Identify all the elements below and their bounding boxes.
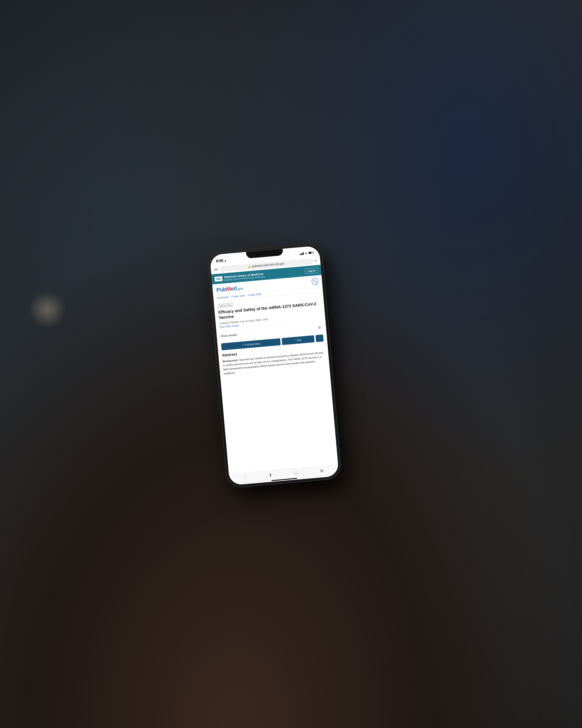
background-label: Background: [222,359,239,363]
wifi-icon: ▲ [305,252,307,255]
settings-button[interactable]: ⚙ [316,324,323,331]
signal-icon [300,252,304,255]
text-size-button[interactable]: AA [214,268,218,271]
external-link-icon: ↗ [242,343,244,346]
status-time: 8:50 ▲ [216,258,226,263]
pub-text: Pub [216,286,226,293]
background-light [29,291,66,328]
bookmarks-button[interactable]: □ [295,471,298,475]
gov-text: .gov [237,286,243,291]
phone-wrapper: 8:50 ▲ ▲ [207,243,341,488]
battery-icon [308,251,313,254]
full-text-label: Full text links [245,342,260,346]
phone-device: 8:50 ▲ ▲ [207,243,341,488]
screen-content: 8:50 ▲ ▲ [210,245,339,486]
refresh-button[interactable]: ↻ [314,259,317,263]
nih-text: National Library of Medicine National Ce… [224,272,265,281]
create-rss-link[interactable]: Create RSS [248,292,262,296]
tabs-button[interactable]: ⧉ [320,468,324,473]
quote-icon: " [295,339,296,342]
url-text: pubmed.ncbi.nlm.nih.gov [252,262,284,268]
show-details-label[interactable]: Show details [220,333,237,338]
back-button[interactable]: › [244,475,246,480]
lock-icon: 🔒 [248,265,251,268]
cite-button[interactable]: " Cite [281,335,314,345]
nih-logo: NIH [214,276,222,282]
share-button[interactable]: ⬆ [269,473,272,478]
article-content: Clinical Trial Efficacy and Safety of th… [214,292,338,474]
location-arrow: ▲ [224,259,226,262]
ed-text: ed [230,285,237,292]
advanced-link[interactable]: Advanced [217,295,228,300]
more-button[interactable]: ... [315,334,324,342]
phone-screen: 8:50 ▲ ▲ [210,245,339,486]
pubmed-logo: PubMed.gov [216,285,243,293]
clinical-trial-badge: Clinical Trial [218,303,233,308]
time-display: 8:50 [216,258,223,263]
login-button[interactable]: Log in [305,267,318,274]
status-icons: ▲ [300,251,314,255]
med-text: M [226,286,231,292]
cite-label: Cite [297,338,301,342]
create-alert-link[interactable]: Create alert [231,294,245,298]
search-button[interactable]: 🔍 [311,278,318,285]
